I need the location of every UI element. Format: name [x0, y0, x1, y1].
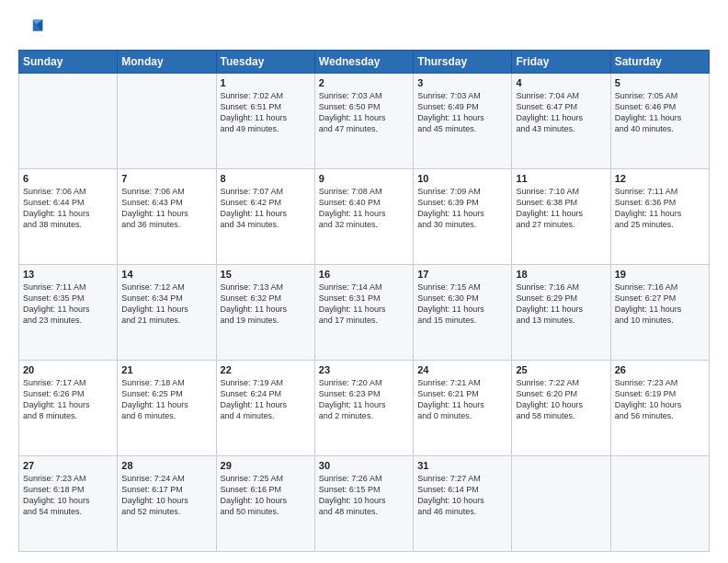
cell-info: Sunrise: 7:11 AM Sunset: 6:35 PM Dayligh…	[23, 282, 113, 327]
cell-info: Sunrise: 7:18 AM Sunset: 6:25 PM Dayligh…	[121, 377, 211, 422]
calendar-cell: 20Sunrise: 7:17 AM Sunset: 6:26 PM Dayli…	[19, 361, 118, 456]
cell-info: Sunrise: 7:08 AM Sunset: 6:40 PM Dayligh…	[319, 186, 409, 231]
day-number: 16	[319, 269, 409, 280]
day-number: 6	[23, 173, 113, 184]
day-number: 15	[221, 269, 311, 280]
day-number: 18	[516, 269, 606, 280]
cell-info: Sunrise: 7:25 AM Sunset: 6:16 PM Dayligh…	[221, 473, 311, 518]
day-header-saturday: Saturday	[610, 51, 709, 74]
cell-info: Sunrise: 7:16 AM Sunset: 6:27 PM Dayligh…	[615, 282, 705, 327]
calendar-cell: 22Sunrise: 7:19 AM Sunset: 6:24 PM Dayli…	[216, 361, 314, 456]
calendar-week-row: 27Sunrise: 7:23 AM Sunset: 6:18 PM Dayli…	[19, 456, 710, 552]
calendar-cell: 14Sunrise: 7:12 AM Sunset: 6:34 PM Dayli…	[118, 265, 216, 361]
calendar-cell	[19, 74, 118, 169]
cell-info: Sunrise: 7:02 AM Sunset: 6:51 PM Dayligh…	[221, 90, 311, 135]
cell-info: Sunrise: 7:22 AM Sunset: 6:20 PM Dayligh…	[516, 377, 606, 422]
cell-info: Sunrise: 7:04 AM Sunset: 6:47 PM Dayligh…	[516, 90, 606, 135]
calendar-cell: 4Sunrise: 7:04 AM Sunset: 6:47 PM Daylig…	[512, 74, 610, 169]
cell-info: Sunrise: 7:13 AM Sunset: 6:32 PM Dayligh…	[221, 282, 311, 327]
cell-info: Sunrise: 7:05 AM Sunset: 6:46 PM Dayligh…	[615, 90, 705, 135]
calendar-cell: 8Sunrise: 7:07 AM Sunset: 6:42 PM Daylig…	[216, 169, 314, 265]
day-number: 1	[221, 77, 311, 88]
page: SundayMondayTuesdayWednesdayThursdayFrid…	[0, 0, 728, 563]
calendar-week-row: 20Sunrise: 7:17 AM Sunset: 6:26 PM Dayli…	[19, 361, 710, 456]
calendar-cell: 2Sunrise: 7:03 AM Sunset: 6:50 PM Daylig…	[314, 74, 413, 169]
calendar-header-row: SundayMondayTuesdayWednesdayThursdayFrid…	[19, 51, 710, 74]
day-number: 23	[319, 364, 409, 375]
calendar-cell: 7Sunrise: 7:06 AM Sunset: 6:43 PM Daylig…	[118, 169, 216, 265]
calendar-cell: 12Sunrise: 7:11 AM Sunset: 6:36 PM Dayli…	[610, 169, 709, 265]
cell-info: Sunrise: 7:14 AM Sunset: 6:31 PM Dayligh…	[319, 282, 409, 327]
day-number: 11	[516, 173, 606, 184]
calendar-week-row: 13Sunrise: 7:11 AM Sunset: 6:35 PM Dayli…	[19, 265, 710, 361]
day-number: 19	[615, 269, 705, 280]
day-number: 3	[417, 77, 507, 88]
day-number: 27	[23, 460, 113, 471]
cell-info: Sunrise: 7:17 AM Sunset: 6:26 PM Dayligh…	[23, 377, 113, 422]
day-number: 2	[319, 77, 409, 88]
calendar-cell	[512, 456, 610, 552]
day-number: 8	[221, 173, 311, 184]
calendar-cell: 25Sunrise: 7:22 AM Sunset: 6:20 PM Dayli…	[512, 361, 610, 456]
day-number: 29	[221, 460, 311, 471]
calendar-cell: 3Sunrise: 7:03 AM Sunset: 6:49 PM Daylig…	[414, 74, 512, 169]
cell-info: Sunrise: 7:23 AM Sunset: 6:18 PM Dayligh…	[23, 473, 113, 518]
cell-info: Sunrise: 7:20 AM Sunset: 6:23 PM Dayligh…	[319, 377, 409, 422]
day-header-monday: Monday	[118, 51, 216, 74]
calendar-cell: 27Sunrise: 7:23 AM Sunset: 6:18 PM Dayli…	[19, 456, 118, 552]
day-number: 25	[516, 364, 606, 375]
day-number: 28	[121, 460, 211, 471]
calendar-cell: 19Sunrise: 7:16 AM Sunset: 6:27 PM Dayli…	[610, 265, 709, 361]
calendar-cell: 18Sunrise: 7:16 AM Sunset: 6:29 PM Dayli…	[512, 265, 610, 361]
cell-info: Sunrise: 7:12 AM Sunset: 6:34 PM Dayligh…	[121, 282, 211, 327]
day-header-friday: Friday	[512, 51, 610, 74]
day-number: 10	[417, 173, 507, 184]
calendar-cell: 9Sunrise: 7:08 AM Sunset: 6:40 PM Daylig…	[314, 169, 413, 265]
cell-info: Sunrise: 7:10 AM Sunset: 6:38 PM Dayligh…	[516, 186, 606, 231]
calendar-cell: 13Sunrise: 7:11 AM Sunset: 6:35 PM Dayli…	[19, 265, 118, 361]
calendar-cell	[610, 456, 709, 552]
calendar-cell: 5Sunrise: 7:05 AM Sunset: 6:46 PM Daylig…	[610, 74, 709, 169]
calendar-cell: 6Sunrise: 7:06 AM Sunset: 6:44 PM Daylig…	[19, 169, 118, 265]
calendar-cell: 28Sunrise: 7:24 AM Sunset: 6:17 PM Dayli…	[118, 456, 216, 552]
day-number: 5	[615, 77, 705, 88]
calendar-cell: 23Sunrise: 7:20 AM Sunset: 6:23 PM Dayli…	[314, 361, 413, 456]
cell-info: Sunrise: 7:15 AM Sunset: 6:30 PM Dayligh…	[417, 282, 507, 327]
calendar-cell: 17Sunrise: 7:15 AM Sunset: 6:30 PM Dayli…	[414, 265, 512, 361]
day-number: 31	[417, 460, 507, 471]
cell-info: Sunrise: 7:11 AM Sunset: 6:36 PM Dayligh…	[615, 186, 705, 231]
calendar-week-row: 1Sunrise: 7:02 AM Sunset: 6:51 PM Daylig…	[19, 74, 710, 169]
day-header-thursday: Thursday	[414, 51, 512, 74]
cell-info: Sunrise: 7:26 AM Sunset: 6:15 PM Dayligh…	[319, 473, 409, 518]
day-number: 12	[615, 173, 705, 184]
day-number: 14	[121, 269, 211, 280]
day-number: 20	[23, 364, 113, 375]
logo	[18, 17, 48, 42]
calendar-cell: 29Sunrise: 7:25 AM Sunset: 6:16 PM Dayli…	[216, 456, 314, 552]
calendar-cell: 11Sunrise: 7:10 AM Sunset: 6:38 PM Dayli…	[512, 169, 610, 265]
cell-info: Sunrise: 7:06 AM Sunset: 6:43 PM Dayligh…	[121, 186, 211, 231]
calendar-cell	[118, 74, 216, 169]
cell-info: Sunrise: 7:07 AM Sunset: 6:42 PM Dayligh…	[221, 186, 311, 231]
calendar-cell: 16Sunrise: 7:14 AM Sunset: 6:31 PM Dayli…	[314, 265, 413, 361]
header	[18, 17, 710, 42]
day-number: 17	[417, 269, 507, 280]
cell-info: Sunrise: 7:27 AM Sunset: 6:14 PM Dayligh…	[417, 473, 507, 518]
cell-info: Sunrise: 7:16 AM Sunset: 6:29 PM Dayligh…	[516, 282, 606, 327]
day-header-wednesday: Wednesday	[314, 51, 413, 74]
calendar-cell: 26Sunrise: 7:23 AM Sunset: 6:19 PM Dayli…	[610, 361, 709, 456]
calendar-cell: 21Sunrise: 7:18 AM Sunset: 6:25 PM Dayli…	[118, 361, 216, 456]
calendar-week-row: 6Sunrise: 7:06 AM Sunset: 6:44 PM Daylig…	[19, 169, 710, 265]
calendar-cell: 24Sunrise: 7:21 AM Sunset: 6:21 PM Dayli…	[414, 361, 512, 456]
day-number: 9	[319, 173, 409, 184]
cell-info: Sunrise: 7:06 AM Sunset: 6:44 PM Dayligh…	[23, 186, 113, 231]
cell-info: Sunrise: 7:21 AM Sunset: 6:21 PM Dayligh…	[417, 377, 507, 422]
day-header-tuesday: Tuesday	[216, 51, 314, 74]
day-number: 4	[516, 77, 606, 88]
day-number: 26	[615, 364, 705, 375]
day-number: 21	[121, 364, 211, 375]
logo-icon	[18, 17, 44, 42]
calendar-cell: 31Sunrise: 7:27 AM Sunset: 6:14 PM Dayli…	[414, 456, 512, 552]
day-number: 7	[121, 173, 211, 184]
cell-info: Sunrise: 7:09 AM Sunset: 6:39 PM Dayligh…	[417, 186, 507, 231]
